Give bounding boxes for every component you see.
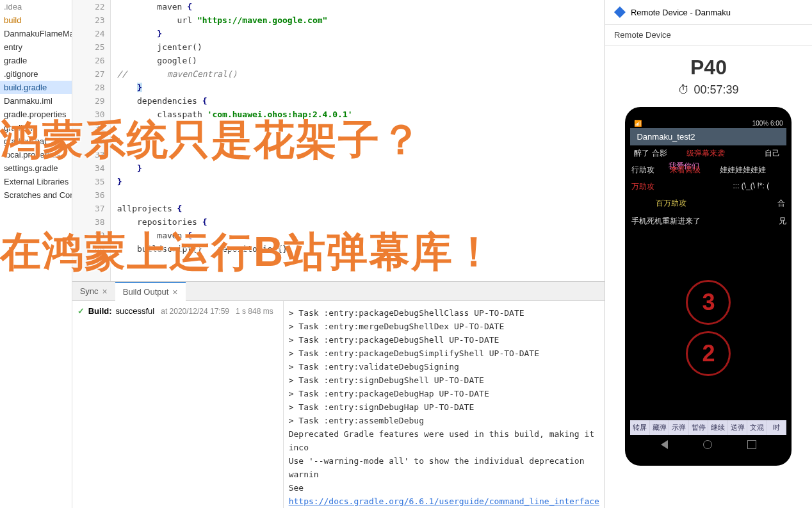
danmaku-text: 行助攻 <box>631 165 654 176</box>
danmaku-area: 醉了 合影级弹幕来袭自己我爱你们行助攻来看高级娃娃娃娃娃娃万助攻::: (\_(… <box>630 145 786 274</box>
sidebar-item[interactable]: Scratches and Consoles <box>0 188 72 202</box>
phone-button[interactable]: 继续 <box>708 420 728 435</box>
danmaku-text: 合 <box>777 198 785 209</box>
phone-button[interactable]: 文混 <box>747 420 767 435</box>
home-icon[interactable] <box>703 440 712 449</box>
countdown-circle: 2 <box>686 331 731 376</box>
countdown-circle: 3 <box>686 280 731 325</box>
sidebar-item[interactable]: build <box>0 13 72 27</box>
phone-nav-bar <box>630 438 786 452</box>
sidebar-item[interactable]: build.gradle <box>0 81 72 94</box>
sidebar-item[interactable]: .gitignore <box>0 67 72 81</box>
danmaku-text: ::: (\_(\ !*: ( <box>733 181 769 190</box>
signal-icon: 📶 <box>634 120 642 127</box>
close-icon[interactable]: × <box>102 286 108 297</box>
build-status-row[interactable]: ✓ Build: successful at 2020/12/24 17:59 … <box>77 306 278 316</box>
build-panel: ✓ Build: successful at 2020/12/24 17:59 … <box>72 301 605 508</box>
phone-frame: 📶 100% 6:00 Danmaku_test2 醉了 合影级弹幕来袭自己我爱… <box>625 107 792 466</box>
device-info: P40 00:57:39 <box>605 45 812 103</box>
tab-sync[interactable]: Sync × <box>72 283 115 300</box>
build-timestamp: at 2020/12/24 17:59 <box>161 307 229 316</box>
sidebar-item[interactable]: .idea <box>0 0 72 13</box>
danmaku-text: 万助攻 <box>631 181 654 192</box>
device-timer: 00:57:39 <box>605 83 812 97</box>
danmaku-text: 娃娃娃娃娃娃 <box>720 165 766 176</box>
sidebar-item[interactable]: gradlew.bat <box>0 135 72 148</box>
code-content[interactable]: maven { url "https://maven.google.com" }… <box>111 0 605 281</box>
sidebar-item[interactable]: entry <box>0 40 72 54</box>
phone-button[interactable]: 送弹 <box>728 420 748 435</box>
device-name: P40 <box>605 56 812 79</box>
remote-header: Remote Device - Danmaku <box>605 0 812 25</box>
remote-device-panel: Remote Device - Danmaku Remote Device P4… <box>605 0 812 508</box>
danmaku-text: 百万助攻 <box>656 198 686 209</box>
danmaku-text: 醉了 合影 <box>634 148 667 159</box>
timer-value: 00:57:39 <box>694 83 738 97</box>
line-gutter: 22232425262728293031323334353637383940 <box>72 0 111 281</box>
phone-screen[interactable]: 📶 100% 6:00 Danmaku_test2 醉了 合影级弹幕来袭自己我爱… <box>630 119 786 454</box>
danmaku-text: 级弹幕来袭 <box>686 148 725 159</box>
tab-label: Sync <box>80 286 99 296</box>
phone-app-title: Danmaku_test2 <box>630 128 786 145</box>
phone-button-bar: 转屏藏弹示弹暂停继续送弹文混时 <box>630 420 786 435</box>
check-icon: ✓ <box>77 306 85 316</box>
clock-icon <box>678 83 690 97</box>
build-duration: 1 s 848 ms <box>236 307 273 316</box>
phone-button[interactable]: 转屏 <box>630 420 650 435</box>
remote-title: Remote Device - Danmaku <box>631 8 731 17</box>
close-icon[interactable]: × <box>172 287 177 297</box>
sidebar-item[interactable]: gradle <box>0 54 72 67</box>
huawei-icon <box>614 6 626 18</box>
sidebar-item[interactable]: local.properties <box>0 148 72 161</box>
build-tree[interactable]: ✓ Build: successful at 2020/12/24 17:59 … <box>72 301 284 508</box>
danmaku-text: 自己 <box>765 148 780 159</box>
sidebar-item[interactable]: gradle.properties <box>0 108 72 121</box>
sidebar-item[interactable]: settings.gradle <box>0 161 72 175</box>
phone-status-bar: 📶 100% 6:00 <box>630 119 786 128</box>
danmaku-text: 手机死机重新进来了 <box>631 216 701 227</box>
sidebar-item[interactable]: Danmaku.iml <box>0 94 72 108</box>
battery-text: 100% 6:00 <box>752 120 783 127</box>
phone-button[interactable]: 藏弹 <box>650 420 670 435</box>
editor-area: 22232425262728293031323334353637383940 m… <box>72 0 605 508</box>
phone-button[interactable]: 示弹 <box>669 420 689 435</box>
sidebar-item[interactable]: gradlew <box>0 121 72 135</box>
build-output[interactable]: > Task :entry:packageDebugShellClass UP-… <box>284 301 605 508</box>
sidebar-item[interactable]: External Libraries <box>0 175 72 188</box>
tab-label: Build Output <box>123 287 169 297</box>
remote-subtitle: Remote Device <box>605 25 812 45</box>
sidebar-item[interactable]: DanmakuFlameMaster <box>0 27 72 40</box>
recent-icon[interactable] <box>747 440 756 449</box>
build-result: successful <box>116 306 155 316</box>
code-editor[interactable]: 22232425262728293031323334353637383940 m… <box>72 0 605 282</box>
danmaku-text: 来看高级 <box>670 165 701 176</box>
tab-build-output[interactable]: Build Output × <box>115 282 186 301</box>
phone-button[interactable]: 暂停 <box>689 420 709 435</box>
phone-button[interactable]: 时 <box>767 420 787 435</box>
back-icon[interactable] <box>661 440 668 449</box>
danmaku-text: 兄 <box>779 216 786 227</box>
bottom-tabs: Sync × Build Output × <box>72 282 605 301</box>
build-label: Build: <box>88 306 112 316</box>
project-sidebar: .ideabuildDanmakuFlameMasterentrygradle.… <box>0 0 72 508</box>
